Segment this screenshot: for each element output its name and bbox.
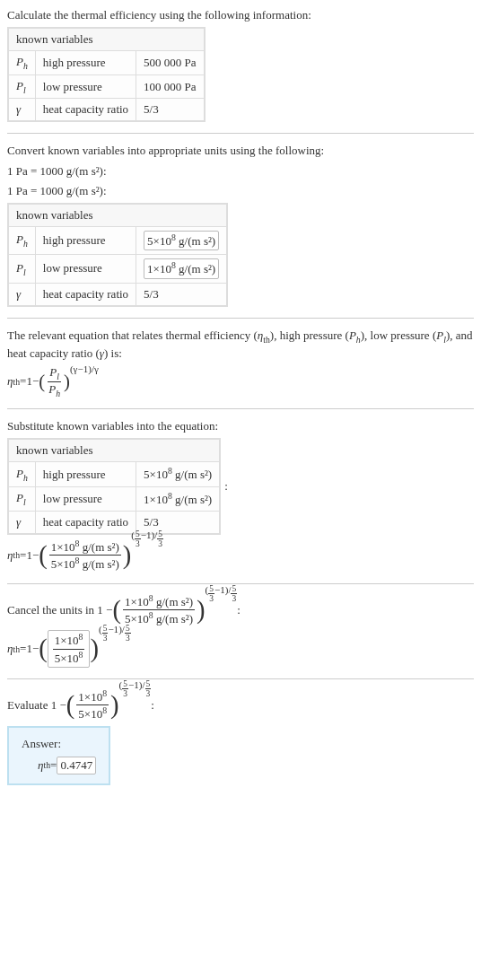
step1-intro: Calculate the thermal efficiency using t…: [7, 7, 474, 23]
step3-equation: ηth = 1 − ( Pl Ph ) (γ−1)/γ: [7, 365, 474, 398]
step-3: The relevant equation that relates therm…: [7, 328, 474, 398]
answer-box: Answer: ηth = 0.4747: [7, 726, 110, 785]
divider: [7, 678, 474, 679]
divider: [7, 408, 474, 409]
step2-conv1: 1 Pa = 1000 g/(m s²):: [7, 163, 474, 179]
step-6: Evaluate 1 − ( 1×108 5×108 ) (53−1)/53 :…: [7, 688, 474, 785]
step2-conv2: 1 Pa = 1000 g/(m s²):: [7, 183, 474, 199]
step-1: Calculate the thermal efficiency using t…: [7, 7, 474, 122]
step2-intro: Convert known variables into appropriate…: [7, 143, 474, 159]
step4-equation: ηth = 1 − ( 1×108 g/(m s²) 5×108 g/(m s²…: [7, 538, 474, 573]
answer-equation: ηth = 0.4747: [22, 757, 96, 774]
step-5: Cancel the units in 1 − ( 1×108 g/(m s²)…: [7, 593, 474, 668]
step-4: Substitute known variables into the equa…: [7, 418, 474, 573]
table-row: Pl low pressure 100 000 Pa: [8, 74, 205, 99]
table-row: γ heat capacity ratio 5/3: [8, 283, 227, 306]
table-row: γ heat capacity ratio 5/3: [8, 512, 220, 535]
answer-label: Answer:: [22, 737, 96, 751]
step4-table: known variables Ph high pressure 5×108 g…: [7, 438, 221, 535]
table-row: Pl low pressure 1×108 g/(m s²): [8, 255, 227, 283]
step5-intro: Cancel the units in 1 − ( 1×108 g/(m s²)…: [7, 593, 474, 627]
step4-intro: Substitute known variables into the equa…: [7, 418, 474, 434]
divider: [7, 133, 474, 134]
table-row: Ph high pressure 5×108 g/(m s²): [8, 226, 227, 254]
step6-intro: Evaluate 1 − ( 1×108 5×108 ) (53−1)/53 :: [7, 688, 474, 722]
divider: [7, 318, 474, 319]
step1-table-header: known variables: [8, 28, 205, 51]
divider: [7, 583, 474, 584]
table-row: Ph high pressure 500 000 Pa: [8, 51, 205, 75]
step1-table: known variables Ph high pressure 500 000…: [7, 27, 206, 122]
step2-table: known variables Ph high pressure 5×108 g…: [7, 203, 228, 307]
table-row: Pl low pressure 1×108 g/(m s²): [8, 486, 220, 511]
table-row: γ heat capacity ratio 5/3: [8, 99, 205, 122]
table-row: Ph high pressure 5×108 g/(m s²): [8, 462, 220, 486]
step5-equation: ηth = 1 − ( 1×108 5×108 ) (53−1)/53: [7, 630, 474, 668]
answer-value: 0.4747: [57, 757, 96, 774]
step3-intro: The relevant equation that relates therm…: [7, 328, 474, 362]
step-2: Convert known variables into appropriate…: [7, 143, 474, 306]
